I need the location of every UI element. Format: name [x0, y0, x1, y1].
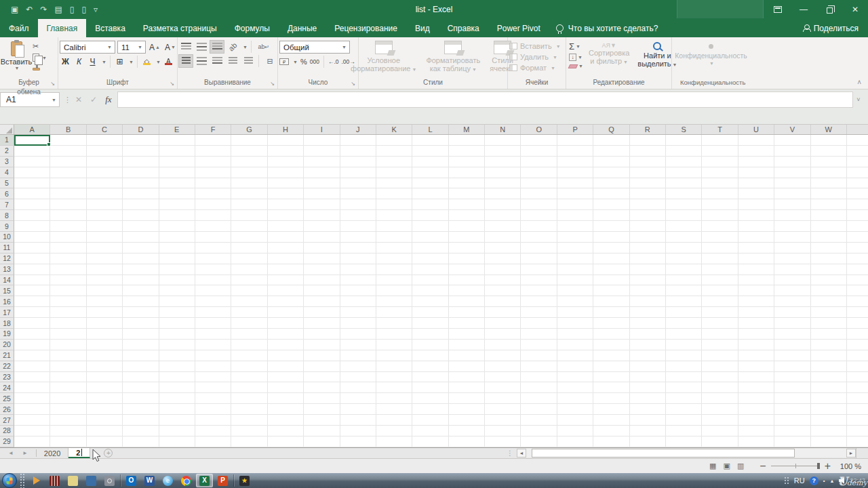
- cell-V15[interactable]: [774, 285, 810, 296]
- cell-H6[interactable]: [268, 188, 304, 199]
- cell-T1[interactable]: [702, 135, 738, 146]
- cell-J1[interactable]: [340, 135, 376, 146]
- cell-B26[interactable]: [50, 404, 86, 415]
- column-header-P[interactable]: P: [557, 125, 593, 134]
- cell-L9[interactable]: [412, 221, 448, 232]
- cell-M11[interactable]: [449, 243, 485, 253]
- name-box-dropdown-icon[interactable]: ▼: [52, 98, 56, 102]
- cell-G16[interactable]: [231, 296, 267, 307]
- cut-button[interactable]: ✂: [33, 42, 47, 51]
- cell-B1[interactable]: [50, 135, 86, 146]
- cell-C14[interactable]: [87, 275, 123, 286]
- cell-A11[interactable]: [14, 243, 50, 253]
- cell-H3[interactable]: [268, 157, 304, 167]
- cell-V9[interactable]: [774, 221, 810, 232]
- cell-L18[interactable]: [412, 318, 448, 329]
- cell-T15[interactable]: [702, 285, 738, 296]
- cell-E13[interactable]: [159, 264, 195, 275]
- cell-C17[interactable]: [87, 307, 123, 318]
- row-header-21[interactable]: 21: [0, 350, 14, 361]
- cell-Q9[interactable]: [593, 221, 629, 232]
- cell-R22[interactable]: [630, 361, 666, 372]
- cell-Q16[interactable]: [593, 296, 629, 307]
- cell-R26[interactable]: [630, 404, 666, 415]
- cell-A29[interactable]: [14, 436, 50, 447]
- cell-B29[interactable]: [50, 436, 86, 447]
- cell-D14[interactable]: [123, 275, 159, 286]
- cell-H25[interactable]: [268, 393, 304, 404]
- cell-K27[interactable]: [376, 415, 412, 426]
- collapse-ribbon-button[interactable]: ˄: [857, 79, 861, 86]
- cell-O21[interactable]: [521, 350, 557, 361]
- cell-B13[interactable]: [50, 264, 86, 275]
- row-header-23[interactable]: 23: [0, 372, 14, 383]
- cell-J5[interactable]: [340, 178, 376, 189]
- cell-W29[interactable]: [811, 436, 847, 447]
- cell-A16[interactable]: [14, 296, 50, 307]
- cell-O28[interactable]: [521, 426, 557, 436]
- cell-G19[interactable]: [231, 329, 267, 340]
- cell-Q28[interactable]: [593, 426, 629, 436]
- cell-O23[interactable]: [521, 372, 557, 383]
- cell-J28[interactable]: [340, 426, 376, 436]
- cell-H18[interactable]: [268, 318, 304, 329]
- cell-T2[interactable]: [702, 146, 738, 157]
- cell-Q13[interactable]: [593, 264, 629, 275]
- cell-P12[interactable]: [557, 253, 593, 264]
- cell-partial[interactable]: [847, 393, 868, 404]
- cell-W15[interactable]: [811, 285, 847, 296]
- cell-A4[interactable]: [14, 167, 50, 178]
- cell-M3[interactable]: [449, 157, 485, 167]
- cell-S8[interactable]: [666, 210, 702, 221]
- number-dialog-launcher-icon[interactable]: ↘: [351, 81, 355, 87]
- cell-V29[interactable]: [774, 436, 810, 447]
- cell-K17[interactable]: [376, 307, 412, 318]
- cell-partial[interactable]: [847, 318, 868, 329]
- cell-C12[interactable]: [87, 253, 123, 264]
- cell-G22[interactable]: [231, 361, 267, 372]
- cell-C21[interactable]: [87, 350, 123, 361]
- cell-V27[interactable]: [774, 415, 810, 426]
- cell-I2[interactable]: [304, 146, 340, 157]
- cell-P24[interactable]: [557, 382, 593, 393]
- cell-V12[interactable]: [774, 253, 810, 264]
- cell-M14[interactable]: [449, 275, 485, 286]
- cell-D12[interactable]: [123, 253, 159, 264]
- cell-J18[interactable]: [340, 318, 376, 329]
- cell-U15[interactable]: [738, 285, 774, 296]
- cell-C7[interactable]: [87, 199, 123, 210]
- cell-D1[interactable]: [123, 135, 159, 146]
- cell-O16[interactable]: [521, 296, 557, 307]
- cell-F18[interactable]: [195, 318, 231, 329]
- cell-T23[interactable]: [702, 372, 738, 383]
- conditional-formatting-button[interactable]: Условное форматирование▼: [347, 39, 420, 74]
- cell-T29[interactable]: [702, 436, 738, 447]
- cell-P29[interactable]: [557, 436, 593, 447]
- tab-Справка[interactable]: Справка: [439, 19, 488, 37]
- cell-G4[interactable]: [231, 167, 267, 178]
- cell-J11[interactable]: [340, 243, 376, 253]
- column-header-V[interactable]: V: [774, 125, 810, 134]
- cell-H19[interactable]: [268, 329, 304, 340]
- cell-W2[interactable]: [811, 146, 847, 157]
- cell-A10[interactable]: [14, 232, 50, 243]
- column-header-J[interactable]: J: [340, 125, 376, 134]
- cell-H23[interactable]: [268, 372, 304, 383]
- cell-N10[interactable]: [485, 232, 521, 243]
- cell-C20[interactable]: [87, 340, 123, 350]
- cell-H13[interactable]: [268, 264, 304, 275]
- cell-Q2[interactable]: [593, 146, 629, 157]
- cell-A24[interactable]: [14, 382, 50, 393]
- cell-N26[interactable]: [485, 404, 521, 415]
- cell-T8[interactable]: [702, 210, 738, 221]
- cell-D11[interactable]: [123, 243, 159, 253]
- cell-N17[interactable]: [485, 307, 521, 318]
- cell-T27[interactable]: [702, 415, 738, 426]
- cell-Q22[interactable]: [593, 361, 629, 372]
- cell-L29[interactable]: [412, 436, 448, 447]
- cell-R1[interactable]: [630, 135, 666, 146]
- row-header-14[interactable]: 14: [0, 275, 14, 286]
- cell-R4[interactable]: [630, 167, 666, 178]
- cell-R10[interactable]: [630, 232, 666, 243]
- cell-J2[interactable]: [340, 146, 376, 157]
